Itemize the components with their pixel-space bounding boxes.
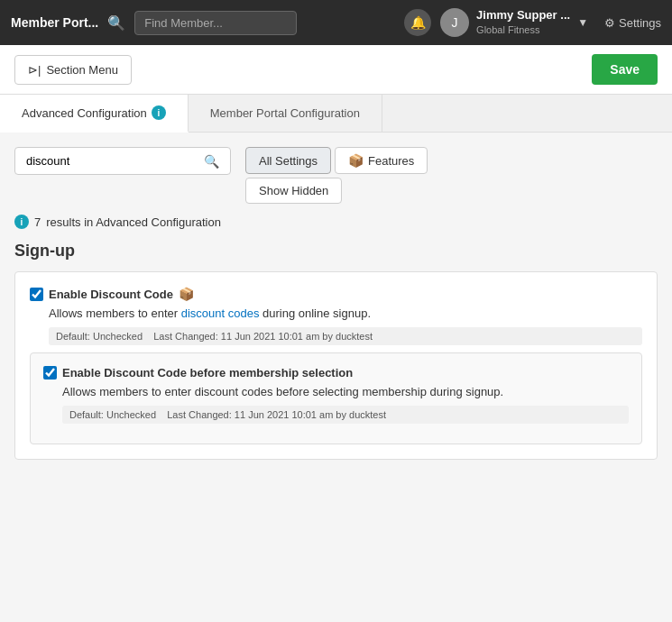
enable-discount-code-meta: Default: Unchecked Last Changed: 11 Jun … [49,327,642,345]
features-button[interactable]: 📦 Features [335,147,428,174]
notifications-bell[interactable]: 🔔 [404,9,431,36]
filter-buttons: All Settings 📦 Features Show Hidden [245,147,428,204]
filter-bottom-row: Show Hidden [245,178,428,204]
enable-discount-default: Default: Unchecked [56,331,143,342]
config-label-enable-discount: Enable Discount Code 📦 [30,287,642,301]
user-menu[interactable]: J Jimmy Supper ... Global Fitness ▼ [440,8,588,37]
save-button[interactable]: Save [592,54,658,85]
section-menu-label: Section Menu [46,63,118,77]
section-menu-icon: ⊳| [28,63,41,77]
discount-before-membership-desc: Allows members to enter discount codes b… [62,384,629,400]
settings-menu[interactable]: ⚙ Settings [604,16,661,30]
settings-gear-icon: ⚙ [604,16,615,30]
results-info-icon: i [14,215,29,229]
config-item-enable-discount-code: Enable Discount Code 📦 Allows members to… [30,287,642,345]
config-card-inner-discount-before: Enable Discount Code before membership s… [30,352,642,444]
show-hidden-button[interactable]: Show Hidden [245,178,342,204]
show-hidden-label: Show Hidden [259,184,328,197]
all-settings-label: All Settings [259,154,318,168]
enable-discount-before-membership-checkbox[interactable] [43,366,57,380]
results-text: results in Advanced Configuration [46,215,221,229]
features-icon: 📦 [348,153,364,168]
section-heading-signup: Sign-up [14,242,658,261]
app-title: Member Port... [11,15,98,30]
section-menu-button[interactable]: ⊳| Section Menu [14,55,132,85]
section-signup: Sign-up Enable Discount Code 📦 Allows me… [14,242,658,460]
settings-label: Settings [619,16,661,30]
enable-discount-code-checkbox[interactable] [30,288,43,301]
search-button[interactable]: 🔍 [200,151,223,172]
features-label: Features [368,154,414,168]
tab-member-portal-configuration[interactable]: Member Portal Configuration [189,95,382,132]
results-info: i 7 results in Advanced Configuration [14,215,658,229]
sub-header: ⊳| Section Menu Save [0,45,672,95]
tabs-bar: Advanced Configuration i Member Portal C… [0,95,672,133]
search-input-wrap: 🔍 [14,147,231,175]
tab-portal-label: Member Portal Configuration [210,106,360,120]
config-item-discount-before-membership: Enable Discount Code before membership s… [43,366,629,424]
top-nav: Member Port... 🔍 🔔 J Jimmy Supper ... Gl… [0,0,672,45]
discount-before-membership-meta: Default: Unchecked Last Changed: 11 Jun … [62,406,629,424]
main-content: 🔍 All Settings 📦 Features Show Hidden i … [0,133,672,621]
discount-before-default: Default: Unchecked [69,409,156,420]
tab-advanced-configuration[interactable]: Advanced Configuration i [0,95,189,133]
tab-advanced-label: Advanced Configuration [22,106,147,120]
user-name: Jimmy Supper ... [476,8,570,23]
all-settings-button[interactable]: All Settings [245,147,331,174]
user-menu-chevron-icon: ▼ [577,16,588,29]
search-input[interactable] [23,148,200,174]
config-card-enable-discount-code: Enable Discount Code 📦 Allows members to… [14,271,658,460]
discount-codes-link[interactable]: discount codes [181,306,260,320]
user-org: Global Fitness [476,23,570,36]
discount-before-membership-text: Enable Discount Code before membership s… [62,366,353,380]
enable-discount-code-text: Enable Discount Code [49,288,173,301]
package-icon: 📦 [179,287,194,301]
results-count: 7 [34,215,41,229]
tab-info-icon: i [152,105,166,120]
enable-discount-code-desc: Allows members to enter discount codes d… [49,306,642,322]
avatar: J [440,8,469,37]
enable-discount-changed: Last Changed: 11 Jun 2021 10:01 am by du… [153,331,373,342]
search-filter-row: 🔍 All Settings 📦 Features Show Hidden [14,147,658,204]
config-label-discount-before: Enable Discount Code before membership s… [43,366,629,380]
filter-top-row: All Settings 📦 Features [245,147,428,174]
find-member-input[interactable] [134,11,297,35]
nav-search-icon[interactable]: 🔍 [107,14,125,32]
discount-before-changed: Last Changed: 11 Jun 2021 10:01 am by du… [167,409,386,420]
